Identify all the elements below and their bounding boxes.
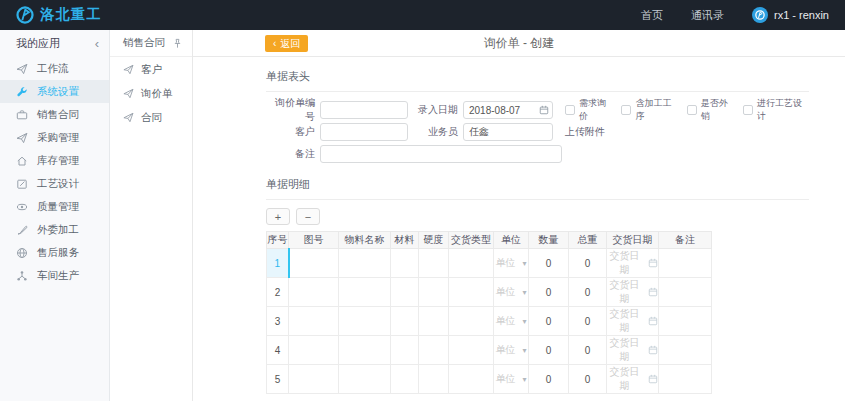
submenu-item-customer[interactable]: 客户 — [110, 58, 192, 81]
cell-material-name[interactable] — [339, 365, 391, 394]
cell-hardness[interactable] — [419, 365, 449, 394]
cell-remark[interactable] — [659, 365, 712, 394]
cell-delivery-type[interactable] — [449, 307, 494, 336]
collapse-chevron-icon[interactable]: ‹ — [95, 37, 99, 50]
cell-hardness[interactable] — [419, 336, 449, 365]
submenu-item-inquiry[interactable]: 询价单 — [110, 82, 192, 105]
cell-material[interactable] — [391, 365, 419, 394]
unit-select[interactable]: 单位▾ — [495, 314, 526, 328]
sidebar-item-after-sales[interactable]: 售后服务 — [0, 241, 109, 264]
submenu-sidebar: 销售合同 客户 询价单 合同 — [110, 30, 193, 401]
pin-icon[interactable] — [172, 38, 183, 49]
sidebar-item-workflow[interactable]: 工作流 — [0, 57, 109, 80]
cell-hardness[interactable] — [419, 307, 449, 336]
cell-delivery-date: 交货日期 — [607, 278, 659, 307]
cell-delivery-type[interactable] — [449, 365, 494, 394]
sidebar-item-process-design[interactable]: 工艺设计 — [0, 172, 109, 195]
cell-drawing-no[interactable] — [289, 336, 339, 365]
cell-qty[interactable]: 0 — [529, 249, 569, 278]
cell-qty[interactable]: 0 — [529, 365, 569, 394]
checkbox-export[interactable]: 是否外销 — [687, 97, 735, 123]
cell-weight[interactable]: 0 — [569, 307, 607, 336]
row-serial[interactable]: 3 — [267, 307, 289, 336]
cell-material-name[interactable] — [339, 307, 391, 336]
checkbox-icon[interactable] — [687, 105, 697, 115]
inquiry-no-label: 询价单编号 — [266, 96, 315, 124]
cell-material[interactable] — [391, 278, 419, 307]
sidebar-item-purchasing[interactable]: 采购管理 — [0, 126, 109, 149]
row-serial[interactable]: 2 — [267, 278, 289, 307]
unit-select[interactable]: 单位▾ — [495, 256, 526, 270]
date-picker[interactable]: 交货日期 — [607, 307, 658, 335]
nav-contacts[interactable]: 通讯录 — [691, 8, 724, 23]
cell-material-name[interactable] — [339, 249, 391, 278]
cell-remark[interactable] — [659, 249, 712, 278]
submenu-item-contract[interactable]: 合同 — [110, 106, 192, 129]
customer-input[interactable] — [320, 123, 408, 141]
cell-material-name[interactable] — [339, 336, 391, 365]
checkbox-with-processing[interactable]: 含加工工序 — [621, 97, 678, 123]
app-logo[interactable]: 洛北重工 — [16, 6, 102, 24]
salesman-input[interactable] — [463, 123, 553, 141]
cell-remark[interactable] — [659, 336, 712, 365]
cell-qty[interactable]: 0 — [529, 307, 569, 336]
checkbox-icon[interactable] — [565, 105, 575, 115]
cell-weight[interactable]: 0 — [569, 278, 607, 307]
entry-date-field — [463, 101, 553, 119]
date-picker[interactable]: 交货日期 — [607, 365, 658, 393]
cell-material[interactable] — [391, 307, 419, 336]
nav-home[interactable]: 首页 — [641, 8, 663, 23]
briefcase-icon — [16, 109, 28, 121]
remove-row-button[interactable]: − — [296, 208, 320, 225]
date-picker[interactable]: 交货日期 — [607, 278, 658, 306]
unit-select[interactable]: 单位▾ — [495, 285, 526, 299]
sidebar-item-workshop[interactable]: 车间生产 — [0, 264, 109, 287]
col-hardness: 硬度 — [419, 232, 449, 249]
cell-hardness[interactable] — [419, 249, 449, 278]
cell-drawing-no[interactable] — [289, 249, 339, 278]
inquiry-no-input[interactable] — [320, 101, 408, 119]
date-placeholder: 交货日期 — [607, 249, 642, 277]
row-serial[interactable]: 4 — [267, 336, 289, 365]
cell-qty[interactable]: 0 — [529, 336, 569, 365]
cell-material-name[interactable] — [339, 278, 391, 307]
sidebar-item-outsourcing[interactable]: 外委加工 — [0, 218, 109, 241]
cell-delivery-type[interactable] — [449, 249, 494, 278]
back-button[interactable]: ‹ 返回 — [265, 35, 308, 52]
remark-input[interactable] — [320, 145, 562, 163]
cell-drawing-no[interactable] — [289, 365, 339, 394]
cell-qty[interactable]: 0 — [529, 278, 569, 307]
cell-delivery-type[interactable] — [449, 336, 494, 365]
cell-delivery-type[interactable] — [449, 278, 494, 307]
add-row-button[interactable]: + — [266, 208, 290, 225]
col-material-name: 物料名称 — [339, 232, 391, 249]
cell-material[interactable] — [391, 336, 419, 365]
row-serial[interactable]: 1 — [267, 249, 289, 278]
sidebar-item-system-settings[interactable]: 系统设置 — [0, 80, 109, 103]
cell-material[interactable] — [391, 249, 419, 278]
cell-remark[interactable] — [659, 278, 712, 307]
checkbox-process-design[interactable]: 进行工艺设计 — [743, 97, 809, 123]
user-menu[interactable]: rx1 - renxin — [752, 7, 829, 23]
date-picker[interactable]: 交货日期 — [607, 336, 658, 364]
row-serial[interactable]: 5 — [267, 365, 289, 394]
cell-weight[interactable]: 0 — [569, 249, 607, 278]
checkbox-icon[interactable] — [621, 105, 631, 115]
upload-attachment-link[interactable]: 上传附件 — [565, 125, 605, 139]
cell-hardness[interactable] — [419, 278, 449, 307]
cell-drawing-no[interactable] — [289, 278, 339, 307]
date-picker[interactable]: 交货日期 — [607, 249, 658, 277]
sidebar-item-inventory[interactable]: 库存管理 — [0, 149, 109, 172]
cell-drawing-no[interactable] — [289, 307, 339, 336]
checkbox-icon[interactable] — [743, 105, 753, 115]
sidebar-item-sales-contract[interactable]: 销售合同 — [0, 103, 109, 126]
cell-remark[interactable] — [659, 307, 712, 336]
calendar-icon[interactable] — [539, 105, 549, 115]
form-row: 备注 — [266, 145, 809, 163]
cell-weight[interactable]: 0 — [569, 336, 607, 365]
unit-select[interactable]: 单位▾ — [495, 372, 526, 386]
checkbox-demand-inquiry[interactable]: 需求询价 — [565, 97, 613, 123]
sidebar-item-quality[interactable]: 质量管理 — [0, 195, 109, 218]
unit-select[interactable]: 单位▾ — [495, 343, 526, 357]
cell-weight[interactable]: 0 — [569, 365, 607, 394]
